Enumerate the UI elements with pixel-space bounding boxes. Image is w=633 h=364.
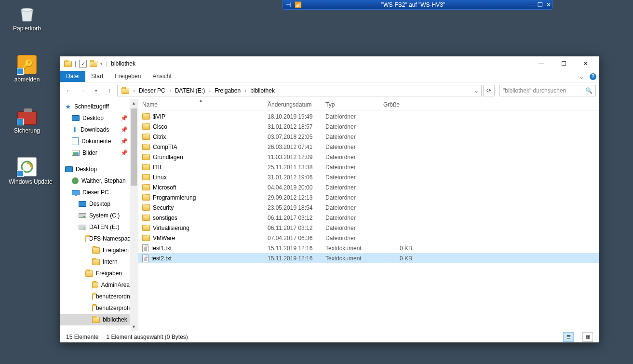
scroll-down-icon[interactable]: ▼ xyxy=(130,323,138,331)
col-size[interactable]: Größe xyxy=(379,99,416,110)
tab-share[interactable]: Freigeben xyxy=(109,71,147,82)
tree-pictures[interactable]: Bilder📌 xyxy=(60,147,138,159)
pin-icon: 📌 xyxy=(121,149,130,156)
minimize-button[interactable]: — xyxy=(530,56,552,71)
tree-c-drive[interactable]: System (C:) xyxy=(60,210,138,221)
file-row[interactable]: $VIP18.10.2019 19:49Dateiordner xyxy=(138,111,599,121)
remote-session-bar[interactable]: ⊣ 📶 "WS-FS2" auf "WS-HV3" — ❐ ✕ xyxy=(283,0,552,10)
ribbon-expand-icon[interactable]: ⌄ xyxy=(576,71,587,82)
file-row[interactable]: Security23.05.2019 18:54Dateiordner xyxy=(138,202,599,213)
file-type: Dateiordner xyxy=(322,134,379,140)
maximize-button[interactable]: ☐ xyxy=(552,56,575,71)
col-date[interactable]: Änderungsdatum xyxy=(264,99,322,110)
tree-downloads[interactable]: ⬇Downloads📌 xyxy=(60,124,138,135)
tree-documents[interactable]: Dokumente📌 xyxy=(60,135,138,147)
tree-benutzerordner[interactable]: benutzerordner xyxy=(60,291,138,302)
file-row[interactable]: ITIL25.11.2011 13:38Dateiordner xyxy=(138,162,599,172)
nav-forward-button[interactable]: → xyxy=(77,85,88,96)
file-name: Programmierung xyxy=(153,194,196,201)
tree-desktop-pc[interactable]: Desktop xyxy=(60,198,138,210)
file-row[interactable]: Microsoft04.04.2019 20:00Dateiordner xyxy=(138,182,599,192)
tree-benutzerprofile[interactable]: benutzerprofile xyxy=(60,302,138,314)
tree-dfs[interactable]: DFS-Namespaces xyxy=(60,233,138,244)
file-date: 11.03.2012 12:09 xyxy=(264,154,322,161)
desktop-icon-logoff[interactable]: 🔑 abmelden xyxy=(9,55,45,83)
desktop-icon-backup[interactable]: Sicherung xyxy=(9,106,45,134)
tree-desktop[interactable]: Desktop📌 xyxy=(60,112,138,124)
tree-bibliothek[interactable]: bibliothek xyxy=(60,314,138,325)
folder-icon xyxy=(92,247,100,254)
file-name: Microsoft xyxy=(153,184,176,191)
nav-back-button[interactable]: ← xyxy=(63,85,75,96)
file-date: 06.11.2017 03:12 xyxy=(264,225,322,231)
tree-scrollbar[interactable]: ▲ ▼ xyxy=(130,99,138,331)
documents-icon xyxy=(72,137,79,145)
file-row[interactable]: Cisco31.01.2012 18:57Dateiordner xyxy=(138,121,599,132)
file-row[interactable]: CompTIA26.03.2012 07:41Dateiordner xyxy=(138,142,599,152)
col-name[interactable]: Name▲ xyxy=(138,99,264,110)
pin-icon[interactable]: ⊣ xyxy=(283,1,292,8)
tree-user[interactable]: Walther, Stephan xyxy=(60,175,138,187)
nav-up-button[interactable]: ↑ xyxy=(104,85,115,96)
folder-icon xyxy=(85,270,93,277)
file-row[interactable]: VMWare07.04.2017 06:36Dateiordner xyxy=(138,233,599,243)
qat-dropdown-icon[interactable]: ▾ xyxy=(100,61,103,66)
navigation-tree[interactable]: ★Schnellzugriff Desktop📌 ⬇Downloads📌 Dok… xyxy=(60,99,138,331)
folder-icon xyxy=(85,236,86,242)
breadcrumb-segment[interactable]: bibliothek xyxy=(247,85,278,96)
tab-start[interactable]: Start xyxy=(85,71,109,82)
tree-e-drive[interactable]: DATEN (E:) xyxy=(60,221,138,233)
view-large-icons-button[interactable]: ▦ xyxy=(582,332,593,342)
address-dropdown-icon[interactable]: ⌄ xyxy=(471,87,480,94)
file-row[interactable]: Virtualisierung06.11.2017 03:12Dateiordn… xyxy=(138,223,599,233)
minimize-button[interactable]: — xyxy=(526,1,535,8)
file-row[interactable]: test1.txt15.11.2019 12:16Textdokument0 K… xyxy=(138,243,599,253)
file-date: 07.04.2017 06:36 xyxy=(264,235,322,242)
pin-icon: 📌 xyxy=(121,126,130,133)
file-row[interactable]: Linux31.01.2012 19:06Dateiordner xyxy=(138,172,599,182)
file-row[interactable]: sonstiges06.11.2017 03:12Dateiordner xyxy=(138,213,599,223)
tree-freigaben2[interactable]: Freigaben xyxy=(60,268,138,279)
folder-icon xyxy=(142,164,150,170)
qat-properties-icon[interactable]: ✓ xyxy=(79,60,87,67)
file-date: 15.11.2019 12:16 xyxy=(264,245,322,252)
refresh-button[interactable]: ⟳ xyxy=(483,85,495,96)
tree-quick-access[interactable]: ★Schnellzugriff xyxy=(60,101,138,112)
col-type[interactable]: Typ xyxy=(322,99,379,110)
scroll-up-icon[interactable]: ▲ xyxy=(130,99,138,107)
tree-intern[interactable]: Intern xyxy=(60,256,138,268)
file-name: VMWare xyxy=(153,235,175,242)
signal-icon: 📶 xyxy=(292,1,300,8)
search-icon[interactable]: 🔍 xyxy=(585,87,593,94)
file-row[interactable]: Programmierung29.09.2012 12:13Dateiordne… xyxy=(138,192,599,202)
address-bar[interactable]: › Dieser PC› DATEN (E:)› Freigaben› bibl… xyxy=(117,85,482,96)
close-button[interactable]: ✕ xyxy=(575,56,597,71)
desktop-icon-windows-update[interactable]: Windows Update xyxy=(9,157,45,185)
file-rows[interactable]: $VIP18.10.2019 19:49DateiordnerCisco31.0… xyxy=(138,110,599,331)
breadcrumb-segment[interactable]: Freigaben xyxy=(212,85,243,96)
tree-desktop-root[interactable]: Desktop xyxy=(60,163,138,175)
titlebar[interactable]: | ✓ ▾ | bibliothek — ☐ ✕ xyxy=(60,56,599,71)
tree-freigaben[interactable]: Freigaben xyxy=(60,244,138,256)
breadcrumb-segment[interactable]: Dieser PC xyxy=(136,85,168,96)
file-row[interactable]: test2.txt15.11.2019 12:16Textdokument0 K… xyxy=(138,253,599,263)
view-details-button[interactable]: ☰ xyxy=(563,332,574,342)
desktop-icon-recycle-bin[interactable]: Papierkorb xyxy=(9,4,45,32)
file-type: Dateiordner xyxy=(322,123,379,130)
close-button[interactable]: ✕ xyxy=(543,1,552,8)
help-button[interactable]: ? xyxy=(587,71,599,82)
nav-history-dropdown[interactable]: ▾ xyxy=(90,85,102,96)
scroll-thumb[interactable] xyxy=(131,108,137,186)
tab-view[interactable]: Ansicht xyxy=(147,71,177,82)
file-row[interactable]: Citrix03.07.2018 22:05Dateiordner xyxy=(138,132,599,142)
search-input[interactable] xyxy=(503,87,585,94)
breadcrumb-segment[interactable]: DATEN (E:) xyxy=(172,85,208,96)
search-box[interactable]: 🔍 xyxy=(499,85,596,96)
qat-newfolder-icon[interactable] xyxy=(90,61,97,67)
file-name: CompTIA xyxy=(153,144,177,150)
tree-this-pc[interactable]: Dieser PC xyxy=(60,187,138,198)
tree-adminarea[interactable]: AdminArea xyxy=(60,279,138,291)
file-row[interactable]: Grundlagen11.03.2012 12:09Dateiordner xyxy=(138,152,599,162)
restore-button[interactable]: ❐ xyxy=(535,1,543,8)
tab-file[interactable]: Datei xyxy=(60,71,85,82)
